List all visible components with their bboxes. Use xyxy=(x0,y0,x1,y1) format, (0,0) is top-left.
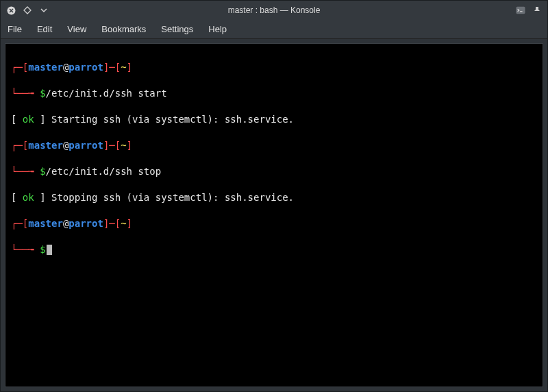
prompt-line: ┌─[master@parrot]─[~] xyxy=(11,139,537,152)
prompt-bracket-close: ] xyxy=(127,218,132,229)
prompt-dollar: $ xyxy=(34,244,46,255)
minimize-icon[interactable] xyxy=(39,5,49,15)
svg-rect-1 xyxy=(516,7,525,14)
close-icon[interactable] xyxy=(6,5,16,15)
prompt-user: master xyxy=(28,62,63,73)
command-line: └──╼ $/etc/init.d/ssh start xyxy=(11,87,537,100)
output-ok: ok xyxy=(16,114,40,125)
terminal-area[interactable]: ┌─[master@parrot]─[~] └──╼ $/etc/init.d/… xyxy=(5,43,543,387)
prompt-bracket-open: ┌─[ xyxy=(11,62,28,73)
prompt-bracket-open: ┌─[ xyxy=(11,218,28,229)
current-input-line[interactable]: └──╼ $ xyxy=(11,243,537,256)
menu-bookmarks[interactable]: Bookmarks xyxy=(101,24,146,34)
prompt-bracket-close: ] xyxy=(127,62,132,73)
prompt-dollar: $ xyxy=(34,88,46,99)
terminal-cursor xyxy=(47,245,52,255)
prompt-bracket-mid: ]─[ xyxy=(103,62,121,73)
output-ok: ok xyxy=(16,192,40,203)
output-text: ] Starting ssh (via systemctl): ssh.serv… xyxy=(40,114,294,125)
prompt-branch: └──╼ xyxy=(11,166,34,177)
menu-edit[interactable]: Edit xyxy=(37,24,52,34)
prompt-user: master xyxy=(28,140,63,151)
command-line: └──╼ $/etc/init.d/ssh stop xyxy=(11,165,537,178)
output-line: [ ok ] Starting ssh (via systemctl): ssh… xyxy=(11,113,537,126)
titlebar-left-controls xyxy=(6,5,49,15)
menu-view[interactable]: View xyxy=(67,24,86,34)
pin-icon[interactable] xyxy=(532,5,542,15)
prompt-host: parrot xyxy=(68,62,103,73)
konsole-app-icon[interactable] xyxy=(516,5,525,15)
prompt-line: ┌─[master@parrot]─[~] xyxy=(11,61,537,74)
menu-help[interactable]: Help xyxy=(208,24,227,34)
prompt-dollar: $ xyxy=(34,166,46,177)
prompt-bracket-mid: ]─[ xyxy=(103,218,121,229)
window-title: master : bash — Konsole xyxy=(228,5,321,15)
prompt-host: parrot xyxy=(68,218,103,229)
prompt-branch: └──╼ xyxy=(11,244,34,255)
prompt-line: ┌─[master@parrot]─[~] xyxy=(11,217,537,230)
menu-settings[interactable]: Settings xyxy=(161,24,193,34)
output-line: [ ok ] Stopping ssh (via systemctl): ssh… xyxy=(11,191,537,204)
prompt-path: ~ xyxy=(121,62,126,73)
prompt-bracket-close: ] xyxy=(127,140,132,151)
menu-file[interactable]: File xyxy=(8,24,22,34)
command-text: /etc/init.d/ssh start xyxy=(46,88,167,99)
prompt-host: parrot xyxy=(68,140,103,151)
prompt-path: ~ xyxy=(121,140,126,151)
maximize-icon[interactable] xyxy=(23,5,32,15)
prompt-bracket-open: ┌─[ xyxy=(11,140,28,151)
menubar: File Edit View Bookmarks Settings Help xyxy=(1,20,547,39)
prompt-branch: └──╼ xyxy=(11,88,34,99)
output-text: ] Stopping ssh (via systemctl): ssh.serv… xyxy=(40,192,294,203)
prompt-bracket-mid: ]─[ xyxy=(103,140,121,151)
prompt-path: ~ xyxy=(121,218,126,229)
prompt-user: master xyxy=(28,218,63,229)
command-text: /etc/init.d/ssh stop xyxy=(46,166,162,177)
titlebar: master : bash — Konsole xyxy=(1,1,547,20)
titlebar-right-controls xyxy=(516,5,542,15)
